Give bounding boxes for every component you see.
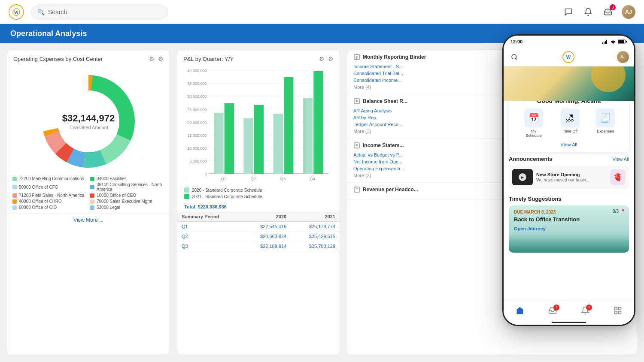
top-nav: W 🔍 3 AJ: [0, 0, 644, 24]
expenses-icon: 🧾: [596, 109, 615, 127]
announcement-title: New Store Opening: [536, 172, 589, 177]
legend-item: 36100 Consulting Services - North Americ…: [90, 182, 164, 192]
search-bar[interactable]: 🔍: [31, 6, 168, 18]
timely-card: 0/3 📍 DUE MARCH 8, 2023 Back to Office T…: [509, 205, 629, 253]
donut-label: Translated Amount: [62, 125, 115, 130]
donut-chart: $32,144,972 Translated Amount: [37, 70, 140, 173]
timeoff-icon: 🏖: [561, 109, 580, 127]
announcement-thumbnail[interactable]: ▶: [512, 169, 533, 185]
bell-icon[interactable]: [582, 6, 594, 18]
legend-label-2020: 2020 - Standard Corporate Schedule: [192, 188, 262, 193]
table-row: Q3 $22,189,914 $35,780,129: [177, 241, 340, 251]
svg-rect-28: [214, 113, 223, 174]
val-2021-q1: $26,178,774: [291, 222, 340, 232]
mobile-device: 12:00 W AJ Good Morning, Aiesha 📅 My Sch…: [502, 34, 635, 326]
home-nav-item[interactable]: [516, 306, 524, 315]
filter-icon[interactable]: ⚙: [149, 55, 155, 62]
location-icon: 📍: [620, 209, 626, 214]
val-2021-q2: $25,429,515: [291, 232, 340, 241]
donut-wrapper: $32,144,972 Translated Amount: [7, 66, 170, 173]
svg-rect-29: [225, 103, 234, 174]
svg-text:Q1: Q1: [221, 176, 226, 181]
journey-title: Back to Office Transition: [514, 216, 624, 223]
schedule-action[interactable]: 📅 My Schedule: [523, 109, 544, 138]
period-q1[interactable]: Q1: [177, 222, 242, 232]
timely-counter: 0/3 📍: [613, 209, 626, 214]
schedule-icon: 📅: [524, 109, 543, 127]
view-more-button[interactable]: View More ...: [7, 213, 170, 226]
bar-card: P&L by Quarter: Y/Y ⚙ ⚙ 40,000,000 35,00…: [177, 50, 340, 355]
mobile-status-bar: 12:00: [504, 36, 634, 48]
svg-text:40,000,000: 40,000,000: [187, 68, 207, 73]
hero-circle: [591, 66, 626, 92]
inbox-nav-badge: 1: [553, 305, 559, 311]
col-2021: 2021: [291, 212, 340, 222]
search-input[interactable]: [48, 9, 162, 15]
legend-dot: [90, 193, 94, 198]
svg-rect-30: [243, 118, 253, 174]
period-q3[interactable]: Q3: [177, 241, 242, 251]
inbox-badge: 3: [610, 4, 616, 10]
svg-rect-35: [313, 71, 323, 174]
donut-legend: 72200 Marketing Communications 34000 Fac…: [7, 173, 170, 211]
svg-rect-64: [615, 311, 617, 314]
chat-icon[interactable]: [562, 6, 574, 18]
mobile-avatar[interactable]: AJ: [617, 51, 629, 63]
expenses-action[interactable]: 🧾 Expenses: [596, 109, 615, 138]
mobile-logo[interactable]: W: [562, 51, 574, 63]
svg-text:W: W: [14, 9, 18, 14]
inbox-nav-item[interactable]: 1: [548, 306, 557, 315]
user-avatar[interactable]: AJ: [622, 5, 635, 19]
chart-total-value: $220,336,936: [198, 204, 227, 209]
settings-icon[interactable]: ⚙: [158, 55, 164, 62]
val-2020-q3: $22,189,914: [242, 241, 291, 251]
chart-legend: 2020 - Standard Corporate Schedule 2021 …: [177, 186, 340, 202]
timeoff-action[interactable]: 🏖 Time Off: [561, 109, 580, 138]
svg-rect-58: [618, 40, 624, 43]
mobile-time: 12:00: [510, 39, 522, 44]
svg-text:30,000,000: 30,000,000: [187, 94, 207, 99]
bar-settings-icon[interactable]: ⚙: [328, 55, 334, 62]
bar-filter-icon[interactable]: ⚙: [319, 55, 325, 62]
heart-icon[interactable]: 🫀: [610, 169, 626, 185]
legend-dot: [12, 205, 17, 210]
legend-dot-2020: [184, 187, 189, 193]
bell-nav-item[interactable]: 1: [581, 306, 589, 315]
open-journey-link[interactable]: Open Journey: [514, 226, 624, 231]
svg-text:15,000,000: 15,000,000: [187, 133, 207, 138]
inbox-icon[interactable]: 3: [602, 6, 614, 18]
svg-text:35,000,000: 35,000,000: [187, 81, 207, 86]
svg-text:20,000,000: 20,000,000: [187, 120, 207, 124]
period-q2[interactable]: Q2: [177, 232, 242, 241]
app-logo[interactable]: W: [9, 4, 24, 20]
donut-card: Operating Expenses by Cost Center ⚙ ⚙: [7, 50, 170, 355]
legend-label-2021: 2021 - Standard Corporate Schedule: [192, 194, 262, 199]
svg-rect-65: [619, 311, 621, 314]
bar-chart-area: 40,000,000 35,000,000 30,000,000 25,000,…: [177, 66, 340, 186]
legend-dot: [90, 177, 94, 181]
announcements-title: Announcements: [509, 156, 553, 162]
svg-point-60: [512, 54, 516, 59]
legend-item: 72200 Marketing Communications: [12, 176, 87, 181]
bell-nav-badge: 1: [586, 305, 592, 311]
grid-nav-item[interactable]: [614, 306, 622, 315]
announcement-card: ▶ New Store Opening We have moved our bu…: [509, 166, 629, 189]
view-all-link[interactable]: View All: [515, 142, 623, 147]
mobile-search-icon[interactable]: [509, 51, 520, 63]
quick-actions: 📅 My Schedule 🏖 Time Off 🧾 Expenses: [515, 109, 623, 138]
page-title: Operational Analysis: [10, 29, 87, 38]
svg-text:0: 0: [205, 172, 207, 176]
val-2021-q3: $35,780,129: [291, 241, 340, 251]
home-indicator: [552, 322, 586, 323]
svg-text:Q4: Q4: [310, 176, 315, 181]
donut-card-actions: ⚙ ⚙: [149, 55, 164, 62]
svg-point-56: [613, 43, 614, 44]
legend-item: 70000 Sales Executive Mgmt: [90, 199, 164, 204]
table-row: Q2 $20,563,924 $25,429,515: [177, 232, 340, 241]
income-title: Income Statem...: [363, 142, 404, 148]
donut-center: $32,144,972 Translated Amount: [62, 113, 115, 130]
legend-label: 36100 Consulting Services - North Americ…: [97, 182, 164, 192]
legend-item: 50000 Office of CFO: [12, 182, 87, 192]
announcements-link[interactable]: View All: [613, 157, 629, 162]
svg-text:5,000,000: 5,000,000: [189, 159, 207, 163]
